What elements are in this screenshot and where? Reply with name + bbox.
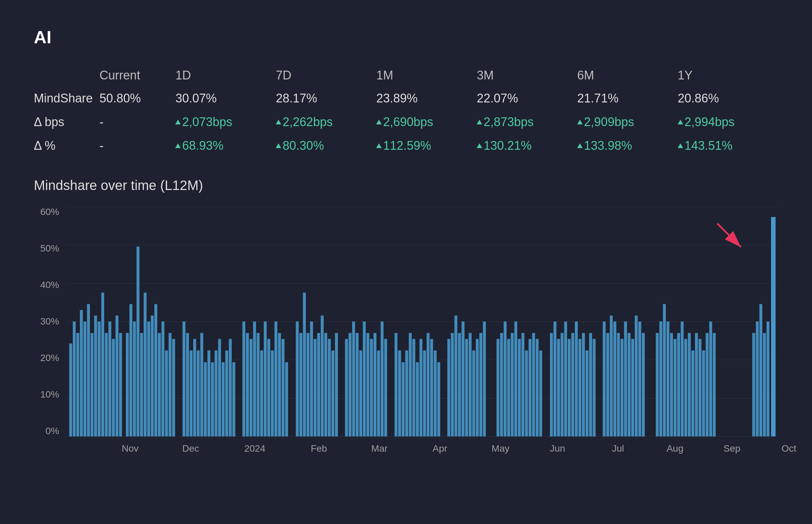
chart-container: 60% 50% 40% 30% 20% 10% 0%: [34, 207, 778, 463]
svg-rect-92: [427, 333, 430, 437]
chart-section: Mindshare over time (L12M) 60% 50% 40% 3…: [34, 178, 778, 463]
pct-1y: 143.51%: [678, 134, 778, 158]
svg-rect-25: [154, 304, 157, 437]
col-header-current: Current: [99, 64, 175, 86]
svg-rect-96: [447, 339, 450, 437]
svg-rect-72: [349, 333, 352, 437]
svg-rect-147: [663, 304, 666, 437]
svg-rect-35: [197, 350, 200, 437]
svg-rect-59: [296, 322, 299, 437]
row-label-bps: Δ bps: [34, 110, 99, 134]
bps-current: -: [99, 110, 175, 134]
svg-rect-144: [642, 333, 645, 437]
chart-title: Mindshare over time (L12M): [34, 178, 778, 193]
svg-rect-14: [112, 339, 115, 437]
svg-rect-38: [207, 350, 210, 437]
svg-rect-12: [105, 333, 108, 437]
svg-rect-118: [536, 339, 539, 437]
svg-rect-23: [147, 322, 150, 437]
svg-rect-162: [752, 333, 755, 437]
svg-rect-150: [674, 339, 677, 437]
col-header-1m: 1M: [376, 64, 477, 86]
svg-rect-99: [458, 333, 461, 437]
svg-rect-156: [695, 333, 698, 437]
pct-current: -: [99, 134, 175, 158]
x-label-mar: Mar: [371, 443, 387, 454]
svg-rect-6: [83, 322, 86, 437]
x-label-2024: 2024: [244, 443, 265, 454]
svg-rect-102: [468, 333, 472, 437]
pct-7d: 80.30%: [276, 134, 376, 158]
svg-rect-31: [182, 322, 186, 437]
svg-rect-40: [214, 350, 218, 437]
svg-rect-101: [465, 339, 468, 437]
svg-rect-58: [285, 362, 288, 437]
svg-rect-111: [511, 333, 514, 437]
svg-rect-119: [539, 350, 542, 437]
svg-rect-63: [310, 322, 313, 437]
y-label-0: 0%: [34, 426, 64, 437]
table-row-pct: Δ % - 68.93% 80.30% 112.59% 130.21% 133.…: [34, 134, 778, 158]
svg-rect-11: [101, 292, 104, 437]
svg-rect-142: [635, 315, 638, 437]
svg-rect-97: [451, 333, 454, 437]
mindshare-1d: 30.07%: [175, 86, 276, 110]
svg-rect-56: [278, 333, 281, 437]
svg-rect-49: [253, 322, 256, 437]
x-label-aug: Aug: [667, 443, 683, 454]
svg-rect-84: [398, 350, 401, 437]
svg-rect-127: [575, 322, 578, 437]
svg-rect-149: [670, 333, 673, 437]
svg-rect-39: [211, 362, 214, 437]
col-header-3m: 3M: [477, 64, 577, 86]
svg-rect-114: [521, 333, 524, 437]
svg-rect-65: [317, 333, 320, 437]
svg-rect-90: [419, 339, 423, 437]
svg-rect-71: [345, 339, 348, 437]
svg-rect-131: [589, 333, 592, 437]
svg-rect-98: [455, 315, 458, 437]
svg-rect-67: [324, 333, 328, 437]
svg-rect-160: [709, 322, 712, 437]
mindshare-current: 50.80%: [99, 86, 175, 110]
svg-rect-126: [571, 333, 574, 437]
svg-rect-125: [568, 339, 571, 437]
svg-rect-52: [264, 322, 267, 437]
bps-1m: 2,690bps: [376, 110, 477, 134]
svg-rect-48: [250, 339, 253, 437]
svg-rect-158: [702, 350, 705, 437]
mindshare-3m: 22.07%: [477, 86, 577, 110]
svg-rect-85: [402, 362, 405, 437]
svg-rect-124: [564, 322, 568, 437]
y-label-10: 10%: [34, 389, 64, 400]
svg-rect-68: [328, 339, 331, 437]
svg-rect-61: [303, 292, 306, 437]
svg-rect-166: [767, 322, 770, 437]
svg-rect-5: [80, 310, 83, 437]
svg-rect-161: [713, 333, 716, 437]
chart-area: 60% 50% 40% 30% 20% 10% 0%: [34, 207, 778, 437]
svg-rect-13: [108, 322, 111, 437]
svg-rect-44: [229, 339, 232, 437]
col-header-1y: 1Y: [678, 64, 778, 86]
svg-rect-128: [578, 339, 582, 437]
table-row-mindshare: MindShare 50.80% 30.07% 28.17% 23.89% 22…: [34, 86, 778, 110]
svg-rect-117: [532, 333, 535, 437]
svg-rect-64: [314, 339, 317, 437]
svg-rect-74: [355, 333, 359, 437]
svg-rect-105: [479, 333, 482, 437]
svg-rect-132: [593, 339, 596, 437]
svg-rect-94: [434, 350, 437, 437]
svg-rect-76: [363, 322, 366, 437]
svg-rect-62: [306, 333, 309, 437]
bps-1d: 2,073bps: [175, 110, 276, 134]
svg-rect-103: [472, 350, 475, 437]
svg-rect-45: [233, 362, 236, 437]
svg-rect-134: [606, 333, 609, 437]
svg-rect-152: [681, 322, 684, 437]
svg-rect-47: [246, 333, 249, 437]
x-label-apr: Apr: [433, 443, 448, 454]
svg-rect-146: [659, 322, 663, 437]
svg-rect-151: [677, 333, 680, 437]
x-label-feb: Feb: [311, 443, 327, 454]
